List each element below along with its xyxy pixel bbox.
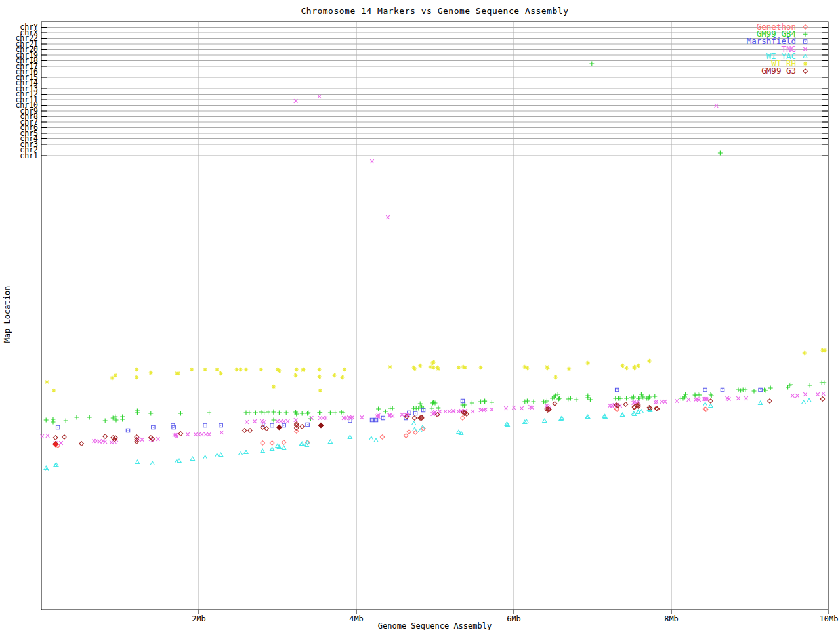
legend-item-marshfield: Marshfield xyxy=(747,36,807,46)
svg-text:8Mb: 8Mb xyxy=(664,614,679,623)
plot-svg: chrYchrXchr22chr21chr20chr19chr18chr17ch… xyxy=(0,0,840,630)
svg-text:chr1: chr1 xyxy=(20,151,38,160)
series-tng xyxy=(40,94,825,445)
legend-item-gm99-g3: GM99 G3 xyxy=(761,66,807,75)
series-wi-rh xyxy=(45,348,827,392)
svg-text:4Mb: 4Mb xyxy=(349,614,364,623)
svg-text:2Mb: 2Mb xyxy=(192,614,206,623)
series-wi-yac xyxy=(44,398,811,471)
chromosome-rows: chrYchrXchr22chr21chr20chr19chr18chr17ch… xyxy=(15,22,828,160)
plot-border xyxy=(41,22,828,610)
legend: GenethonGM99 GB4MarshfieldTNGWI YACWI RH… xyxy=(747,22,808,75)
chart-page: Chromosome 14 Markers vs Genome Sequence… xyxy=(0,0,840,630)
series-gm99-g3 xyxy=(53,397,824,446)
x-gridlines: 2Mb4Mb6Mb8Mb10Mb xyxy=(192,22,838,623)
svg-text:10Mb: 10Mb xyxy=(820,614,839,623)
svg-text:6Mb: 6Mb xyxy=(507,614,521,623)
svg-text:GM99 G3: GM99 G3 xyxy=(761,66,796,75)
series-gm99-gb4 xyxy=(44,62,827,425)
